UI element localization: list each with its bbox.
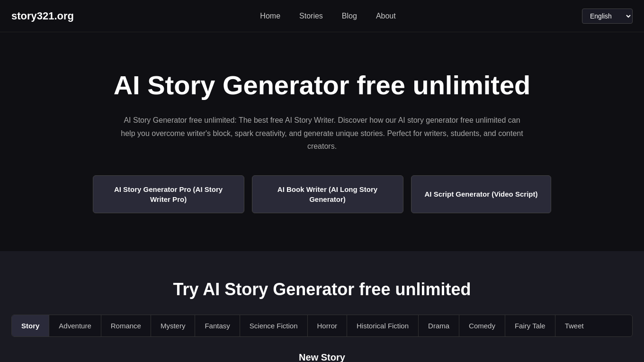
new-story-title: New Story [19,352,625,362]
language-select[interactable]: EnglishSpanishFrenchGermanJapaneseChines… [582,9,633,24]
tab-romance[interactable]: Romance [101,315,151,336]
tab-science-fiction[interactable]: Science Fiction [240,315,308,336]
main-nav: Home Stories Blog About [260,12,395,20]
nav-home[interactable]: Home [260,12,280,20]
tab-story[interactable]: Story [12,315,49,336]
header: story321.org Home Stories Blog About Eng… [0,0,644,32]
tab-fantasy[interactable]: Fantasy [195,315,240,336]
tab-tweet[interactable]: Tweet [555,315,593,336]
tab-drama[interactable]: Drama [419,315,459,336]
hero-btn-book[interactable]: AI Book Writer (AI Long Story Generator) [252,175,403,213]
tab-historical-fiction[interactable]: Historical Fiction [347,315,419,336]
site-logo: story321.org [11,10,74,22]
story-tabs: StoryAdventureRomanceMysteryFantasyScien… [11,315,633,337]
hero-buttons: AI Story Generator Pro (AI Story Writer … [11,175,633,213]
nav-about[interactable]: About [376,12,396,20]
nav-stories[interactable]: Stories [299,12,323,20]
hero-btn-pro[interactable]: AI Story Generator Pro (AI Story Writer … [93,175,244,213]
tab-adventure[interactable]: Adventure [49,315,101,336]
hero-title: AI Story Generator free unlimited [11,70,633,100]
try-section-title: Try AI Story Generator free unlimited [11,280,633,299]
try-section: Try AI Story Generator free unlimited St… [0,251,644,362]
tab-comedy[interactable]: Comedy [459,315,505,336]
hero-description: AI Story Generator free unlimited: The b… [118,114,526,153]
tab-mystery[interactable]: Mystery [151,315,196,336]
tab-horror[interactable]: Horror [308,315,348,336]
hero-section: AI Story Generator free unlimited AI Sto… [0,32,644,251]
tab-fairy-tale[interactable]: Fairy Tale [505,315,555,336]
nav-blog[interactable]: Blog [342,12,357,20]
story-form: New Story What story you want to write a… [19,352,625,362]
hero-btn-script[interactable]: AI Script Generator (Video Script) [411,175,552,213]
